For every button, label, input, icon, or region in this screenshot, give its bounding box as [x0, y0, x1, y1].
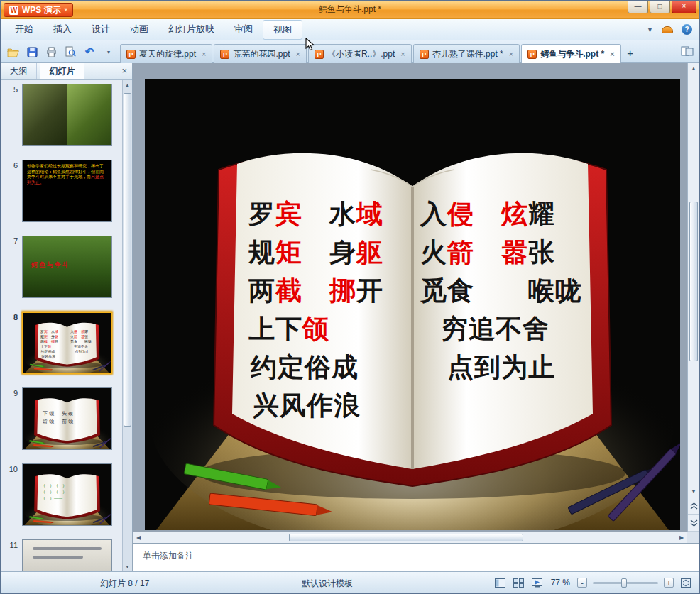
open-book-illustration	[145, 79, 680, 530]
close-tab-icon[interactable]: ×	[202, 50, 206, 58]
menu-right-icons: ▼ ?	[647, 19, 692, 40]
panel-scrollbar[interactable]: ▲ ▼	[122, 80, 132, 571]
theme-skin-icon[interactable]	[662, 26, 673, 33]
maximize-button[interactable]: □	[650, 1, 670, 13]
mini-book-text-right: 入侵 炫耀火箭 嚣张觅食 喉咙穷追不舍点到为止	[70, 329, 92, 354]
vertical-scrollbar[interactable]: ▲ ▼	[687, 63, 699, 497]
thumbnail-image-11[interactable]	[22, 539, 112, 571]
print-preview-icon[interactable]	[62, 44, 78, 60]
ppt-file-icon: P	[126, 50, 136, 59]
slide-sorter-view-icon[interactable]	[513, 577, 525, 588]
zoom-slider[interactable]	[593, 582, 658, 584]
wps-app-button[interactable]: W WPS 演示 ▾	[4, 3, 73, 17]
menu-item-review[interactable]: 审阅	[224, 19, 263, 40]
horizontal-scrollbar[interactable]: ◀ ▶	[133, 532, 687, 543]
tab-list-icon[interactable]	[681, 45, 694, 60]
current-slide[interactable]: 罗宾 水域规矩 身躯两截 挪开上下颌约定俗成兴风作浪 入侵 炫耀火箭 嚣张觅食 …	[145, 79, 680, 530]
open-folder-icon[interactable]	[5, 44, 21, 60]
doc-tab-2[interactable]: P 荒芜的花园.ppt ×	[214, 44, 306, 63]
doc-tab-3[interactable]: P 《小读者R..》.ppt ×	[308, 44, 412, 63]
document-tabs: P 夏天的旋律.ppt × P 荒芜的花园.ppt × P 《小读者R..》.p…	[120, 44, 657, 63]
save-icon[interactable]	[24, 44, 40, 60]
close-button[interactable]: ×	[672, 1, 696, 13]
scroll-up-icon[interactable]: ▲	[688, 63, 699, 75]
zoom-slider-thumb[interactable]	[621, 578, 627, 588]
slide-thumbnail-9: 9 下颌 头颈 齿颌 前颌	[1, 387, 122, 453]
crocodile-photo-left	[23, 84, 67, 145]
minimize-button[interactable]: —	[628, 1, 648, 13]
doc-tab-5-active[interactable]: P 鳄鱼与争斗.ppt * ×	[521, 44, 620, 63]
app-caret-icon: ▾	[65, 4, 67, 16]
thumbnail-number: 9	[2, 389, 18, 397]
scroll-down-icon[interactable]: ▼	[688, 486, 699, 497]
menu-item-insert[interactable]: 插入	[43, 19, 82, 40]
help-icon[interactable]: ?	[682, 24, 692, 35]
undo-icon[interactable]: ↶	[82, 44, 97, 60]
fit-to-window-icon[interactable]	[679, 577, 692, 588]
close-tab-icon[interactable]: ×	[509, 50, 513, 58]
panel-scroll-thumb[interactable]	[124, 93, 131, 427]
wps-presentation-window: W WPS 演示 ▾ 鳄鱼与争斗.ppt * — □ × 开始 插入 设计 动画…	[0, 0, 700, 594]
zoom-in-button[interactable]: +	[664, 578, 674, 588]
doc-tab-4[interactable]: P 杏儿熟了课件.ppt * ×	[413, 44, 520, 63]
slide-editor-area: 罗宾 水域规矩 身躯两截 挪开上下颌约定俗成兴风作浪 入侵 炫耀火箭 嚣张觅食 …	[133, 63, 699, 571]
next-slide-button[interactable]	[688, 515, 699, 532]
ppt-file-icon: P	[315, 50, 324, 59]
doc-tab-label: 《小读者R..》.ppt	[327, 48, 395, 60]
scroll-right-icon[interactable]: ▶	[676, 532, 687, 543]
doc-tab-label: 杏儿熟了课件.ppt *	[432, 48, 503, 60]
menu-item-slideshow[interactable]: 幻灯片放映	[158, 19, 224, 40]
design-template-name[interactable]: 默认设计模板	[302, 578, 353, 590]
titlebar: W WPS 演示 ▾ 鳄鱼与争斗.ppt * — □ ×	[1, 1, 699, 19]
app-button-label: WPS 演示	[22, 4, 61, 16]
slideshow-play-icon[interactable]	[531, 577, 544, 588]
thumbnail-partial	[23, 540, 111, 571]
notes-pane[interactable]: 单击添加备注	[133, 543, 699, 571]
zoom-out-button[interactable]: -	[577, 578, 587, 588]
previous-slide-button[interactable]	[688, 497, 699, 515]
close-tab-icon[interactable]: ×	[400, 50, 405, 58]
close-tab-icon[interactable]: ×	[610, 50, 614, 58]
mini-book-text-left: 罗宾 水域规矩 身躯两截 挪开上下颌约定俗成兴风作浪	[40, 329, 58, 359]
normal-view-icon[interactable]	[494, 577, 507, 588]
scroll-up-icon[interactable]: ▲	[123, 80, 132, 89]
chevron-down-icon[interactable]: ▼	[647, 26, 653, 33]
menu-item-start[interactable]: 开始	[5, 19, 43, 40]
close-tab-icon[interactable]: ×	[295, 50, 300, 58]
thumbnail-image-9[interactable]: 下颌 头颈 齿颌 前颌	[22, 387, 112, 450]
tab-slides[interactable]: 幻灯片	[40, 63, 84, 79]
notes-placeholder[interactable]: 单击添加备注	[133, 544, 699, 562]
thumbnail-image-10[interactable]: （ ）（ ） （ ）（ ） （ ）——	[22, 463, 112, 526]
doc-tab-1[interactable]: P 夏天的旋律.ppt ×	[120, 44, 212, 63]
scrollbar-corner	[687, 532, 699, 543]
toolbar-row: ↶ ▾ P 夏天的旋律.ppt × P 荒芜的花园.ppt × P 《小读者R.…	[1, 40, 699, 63]
menu-item-animation[interactable]: 动画	[120, 19, 158, 40]
wps-logo-icon: W	[9, 6, 18, 15]
thumbnail-list: 5 6 动物学家们经过长期观察和研究，得出了这样的结论：鳄鱼虽然凶悍好斗，但在同…	[1, 80, 122, 571]
doc-tab-label: 夏天的旋律.ppt	[139, 48, 196, 60]
menu-item-view[interactable]: 视图	[263, 20, 302, 40]
undo-dropdown-icon[interactable]: ▾	[101, 44, 116, 60]
thumbnail-image-5[interactable]	[22, 84, 112, 146]
status-right-controls: 77 % - +	[494, 572, 692, 593]
thumbnail-image-7[interactable]: 鳄鱼与争斗	[22, 236, 112, 298]
slide-thumbnail-8-selected: 8 罗宾 水域规矩 身躯两截 挪开上下颌约定俗成兴风作浪 入侵 炫耀火箭 嚣张觅…	[1, 312, 122, 377]
thumbnail-number: 5	[2, 85, 18, 94]
scroll-down-icon[interactable]: ▼	[123, 562, 132, 571]
thumbnail-image-6[interactable]: 动物学家们经过长期观察和研究，得出了这样的结论：鳄鱼虽然凶悍好斗，但在同类争斗时…	[22, 160, 112, 222]
print-icon[interactable]	[43, 44, 59, 60]
menu-bar: 开始 插入 设计 动画 幻灯片放映 审阅 视图 ▼ ?	[1, 19, 699, 40]
new-tab-button[interactable]: +	[623, 45, 638, 61]
crocodile-photo-right	[67, 84, 112, 145]
panel-close-icon[interactable]: ×	[121, 65, 127, 76]
vertical-scroll-thumb[interactable]	[689, 202, 698, 361]
scroll-left-icon[interactable]: ◀	[133, 532, 144, 543]
thumbnail-image-8[interactable]: 罗宾 水域规矩 身躯两截 挪开上下颌约定俗成兴风作浪 入侵 炫耀火箭 嚣张觅食 …	[22, 312, 112, 374]
tab-outline[interactable]: 大纲	[1, 63, 37, 79]
ppt-file-icon: P	[420, 50, 429, 59]
thumbnail-number: 10	[2, 465, 18, 473]
ppt-file-icon: P	[527, 50, 537, 59]
menu-item-design[interactable]: 设计	[82, 19, 120, 40]
thumbnail-text: 动物学家们经过长期观察和研究，得出了这样的结论：鳄鱼虽然凶悍好斗，但在同类争斗时…	[23, 160, 111, 189]
horizontal-scroll-thumb[interactable]	[289, 534, 523, 541]
